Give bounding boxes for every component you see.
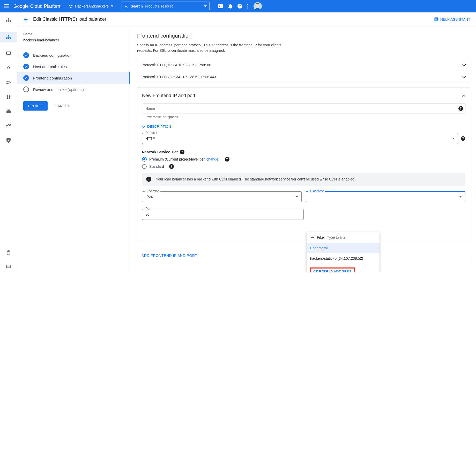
chevron-down-icon bbox=[204, 5, 207, 7]
frontend-row-https[interactable]: Protocol: HTTPS, IP: 34.107.238.52, Port… bbox=[137, 71, 470, 83]
tier-premium-suffix: ) bbox=[218, 157, 220, 161]
step-label: Frontend configuration bbox=[33, 76, 72, 80]
name-value: hackers-load-balancer bbox=[23, 38, 123, 42]
update-button[interactable]: UPDATE bbox=[23, 101, 48, 111]
dropdown-filter-row[interactable]: Filter bbox=[307, 232, 380, 243]
svg-rect-18 bbox=[10, 38, 11, 39]
help-icon[interactable]: ? bbox=[225, 157, 229, 162]
svg-rect-3 bbox=[218, 4, 223, 8]
ip-version-select[interactable]: IPv4 bbox=[142, 191, 302, 202]
check-icon bbox=[23, 52, 29, 58]
frontend-row-label: Protocol: HTTPS, IP: 34.107.238.52, Port… bbox=[142, 75, 216, 79]
help-icon[interactable]: ? bbox=[461, 136, 465, 141]
notifications-icon[interactable] bbox=[228, 4, 232, 9]
help-icon[interactable]: ? bbox=[180, 150, 184, 154]
search-box[interactable]: Search Products, resourc… bbox=[122, 2, 210, 11]
steps-panel: Name hackers-load-balancer Backend confi… bbox=[17, 26, 130, 272]
search-placeholder: Products, resourc… bbox=[145, 4, 202, 8]
step-backend[interactable]: Backend configuration bbox=[23, 49, 123, 61]
port-input[interactable]: 80 bbox=[142, 209, 304, 220]
nav-load-balancing-icon[interactable] bbox=[0, 32, 17, 42]
frontend-name-input[interactable]: ? bbox=[142, 104, 465, 113]
nav-resize-icon[interactable] bbox=[3, 93, 14, 100]
step-host-path[interactable]: Host and path rules bbox=[23, 61, 123, 72]
info-icon: i bbox=[23, 86, 29, 92]
frontend-row-label: Protocol: HTTP, IP: 34.107.238.52, Port:… bbox=[142, 63, 211, 67]
cloud-shell-icon[interactable] bbox=[218, 4, 223, 8]
chevron-up-icon[interactable] bbox=[462, 95, 465, 97]
section-description: Specify an IP address, port and protocol… bbox=[137, 42, 282, 53]
create-ip-address-button[interactable]: CREATE IP ADDRESS bbox=[313, 270, 352, 272]
filter-icon bbox=[310, 236, 315, 239]
svg-rect-13 bbox=[8, 21, 9, 22]
svg-point-6 bbox=[247, 4, 248, 5]
highlight-annotation: CREATE IP ADDRESS bbox=[310, 267, 355, 272]
hamburger-icon[interactable] bbox=[3, 3, 9, 9]
step-optional-label: (optional) bbox=[68, 87, 84, 92]
change-tier-link[interactable]: change bbox=[206, 157, 218, 161]
more-icon[interactable] bbox=[247, 4, 248, 9]
avatar[interactable] bbox=[254, 2, 262, 10]
help-icon[interactable]: ? bbox=[458, 106, 463, 111]
tier-premium-radio[interactable]: Premium (Current project-level tier, cha… bbox=[142, 157, 465, 162]
svg-rect-21 bbox=[6, 111, 11, 113]
nav-release-icon[interactable] bbox=[3, 263, 14, 270]
frontend-row-http[interactable]: Protocol: HTTP, IP: 34.107.238.52, Port:… bbox=[137, 59, 470, 71]
caret-down-icon bbox=[459, 196, 462, 198]
tier-premium-prefix: Premium (Current project-level tier, bbox=[149, 157, 206, 161]
port-label: Port bbox=[145, 207, 152, 211]
top-bar: Google Cloud Platform HackersAndSlackers… bbox=[0, 0, 476, 12]
step-label: Host and path rules bbox=[33, 64, 67, 69]
caret-down-icon bbox=[296, 196, 298, 198]
cancel-button[interactable]: CANCEL bbox=[55, 104, 70, 108]
protocol-select[interactable]: HTTP bbox=[142, 133, 458, 144]
nav-toolbox-icon[interactable] bbox=[3, 108, 14, 115]
left-nav bbox=[0, 12, 17, 272]
filter-label: Filter bbox=[317, 235, 325, 240]
svg-point-2 bbox=[70, 7, 72, 8]
tier-standard-radio[interactable]: Standard ? bbox=[142, 164, 465, 169]
top-icons: ? bbox=[218, 2, 262, 10]
nav-compute-icon[interactable] bbox=[3, 50, 14, 57]
nav-connect-icon[interactable] bbox=[3, 79, 14, 86]
ip-option-ephemeral[interactable]: Ephemeral bbox=[307, 243, 380, 253]
search-icon bbox=[124, 4, 129, 8]
add-frontend-button[interactable]: ADD FRONTEND IP AND PORT bbox=[137, 249, 470, 262]
panel-title: New Frontend IP and port bbox=[142, 93, 195, 98]
nav-metrics-icon[interactable] bbox=[3, 122, 14, 129]
svg-point-1 bbox=[71, 5, 73, 6]
svg-rect-24 bbox=[8, 140, 9, 141]
nav-marketplace-icon[interactable] bbox=[3, 249, 14, 256]
protocol-value: HTTP bbox=[145, 136, 155, 141]
help-icon[interactable]: ? bbox=[169, 164, 174, 169]
add-frontend-label: ADD FRONTEND IP AND PORT bbox=[142, 253, 197, 258]
svg-rect-15 bbox=[8, 35, 9, 36]
help-icon[interactable]: ? bbox=[237, 4, 242, 9]
step-review[interactable]: i Review and finalize (optional) bbox=[23, 84, 123, 95]
svg-rect-19 bbox=[6, 52, 11, 54]
ip-option-static[interactable]: hackers-static-ip (34.107.238.52) bbox=[307, 253, 380, 264]
network-tier-heading: Network Service Tier bbox=[142, 150, 178, 154]
description-toggle-label: DESCRIPTION bbox=[147, 125, 171, 128]
step-frontend[interactable]: Frontend configuration bbox=[17, 72, 130, 84]
nav-security-icon[interactable] bbox=[3, 137, 14, 144]
gcp-logo-text[interactable]: Google Cloud Platform bbox=[13, 4, 62, 9]
svg-rect-16 bbox=[6, 38, 7, 39]
tier-standard-label: Standard bbox=[149, 164, 164, 169]
back-arrow-icon[interactable] bbox=[23, 17, 28, 22]
nav-network-icon[interactable] bbox=[0, 16, 17, 25]
svg-text:?: ? bbox=[239, 4, 241, 8]
frontend-name-field[interactable] bbox=[145, 106, 462, 111]
ip-address-select[interactable] bbox=[306, 191, 465, 202]
project-picker[interactable]: HackersAndSlackers bbox=[69, 4, 113, 8]
chevron-down-icon bbox=[142, 126, 145, 128]
filter-input[interactable] bbox=[327, 235, 376, 240]
caret-down-icon bbox=[452, 138, 455, 139]
help-assistant-button[interactable]: HELP ASSISTANT bbox=[434, 17, 470, 22]
step-label: Backend configuration bbox=[33, 53, 71, 57]
help-assistant-label: HELP ASSISTANT bbox=[440, 17, 470, 21]
ip-version-value: IPv4 bbox=[145, 195, 153, 199]
description-toggle[interactable]: DESCRIPTION bbox=[142, 125, 465, 128]
svg-rect-22 bbox=[8, 110, 9, 111]
nav-expand-icon[interactable] bbox=[3, 64, 14, 71]
